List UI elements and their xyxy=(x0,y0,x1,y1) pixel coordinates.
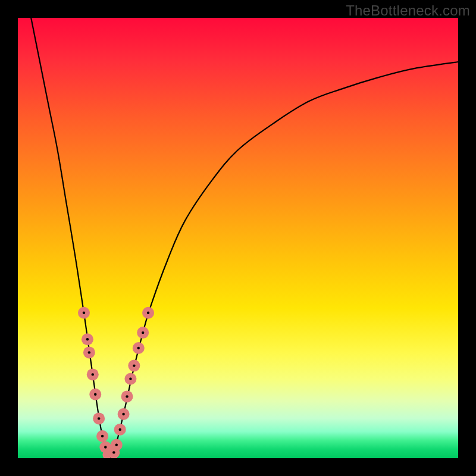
curve-marker xyxy=(114,424,126,436)
svg-point-5 xyxy=(88,351,90,353)
curve-marker xyxy=(111,439,123,451)
svg-point-3 xyxy=(86,338,89,340)
svg-point-25 xyxy=(118,428,121,431)
curve-marker xyxy=(83,346,95,358)
svg-point-27 xyxy=(122,413,124,415)
curve-marker xyxy=(78,307,90,319)
svg-point-23 xyxy=(115,444,118,446)
svg-point-21 xyxy=(112,451,115,453)
svg-point-9 xyxy=(94,393,96,396)
curve-marker xyxy=(89,389,101,400)
curve-marker xyxy=(82,333,93,345)
curve-marker xyxy=(121,390,133,402)
curve-marker xyxy=(133,342,145,354)
curve-marker xyxy=(93,412,105,424)
plot-area xyxy=(18,18,458,458)
svg-point-13 xyxy=(101,435,104,437)
svg-point-1 xyxy=(83,312,85,314)
svg-point-33 xyxy=(133,364,135,367)
chart-frame: TheBottleneck.com xyxy=(0,0,476,476)
curve-marker xyxy=(118,408,130,420)
svg-point-35 xyxy=(137,347,140,349)
curve-marker xyxy=(96,430,108,442)
svg-point-11 xyxy=(98,417,100,419)
svg-point-31 xyxy=(129,378,131,380)
bottleneck-curve-svg xyxy=(18,18,458,458)
curve-marker xyxy=(128,360,140,372)
svg-point-15 xyxy=(104,446,107,448)
svg-point-37 xyxy=(142,331,144,334)
svg-point-7 xyxy=(92,373,94,375)
curve-marker xyxy=(87,368,99,380)
curve-marker xyxy=(137,327,149,339)
svg-point-39 xyxy=(147,312,149,314)
svg-point-29 xyxy=(126,395,128,397)
curve-marker xyxy=(124,373,136,385)
watermark-text: TheBottleneck.com xyxy=(346,2,470,19)
curve-marker xyxy=(142,307,154,319)
